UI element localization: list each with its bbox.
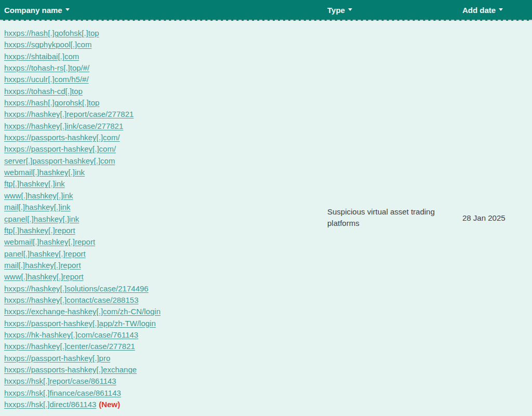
column-header-type[interactable]: Type xyxy=(327,6,462,15)
list-item: hxxps://hashkey[.]contact/case/288153 xyxy=(4,294,327,306)
new-badge: (New) xyxy=(99,400,120,409)
url-link[interactable]: hxxps://tohash-cd[.]top xyxy=(4,87,83,96)
list-item: hxxps://passport-hashkey[.]com/ xyxy=(4,143,327,155)
url-link[interactable]: webmail[.]hashkey[.]ink xyxy=(4,168,85,177)
url-link[interactable]: mail[.]hashkey[.]ink xyxy=(4,203,71,211)
url-link[interactable]: hxxps://hsk[.]report/case/861143 xyxy=(4,377,116,385)
list-item: hxxps://uculr[.]com/h5/#/ xyxy=(4,74,327,85)
column-header-company-name[interactable]: Company name xyxy=(0,6,327,15)
url-link[interactable]: webmail[.]hashkey[.]report xyxy=(4,237,95,246)
list-item: hxxps://hk-hashkey[.]com/case/761143 xyxy=(4,329,327,341)
list-item: hxxps://hashkey[.]solutions/case/2174496 xyxy=(4,283,327,294)
list-item: webmail[.]hashkey[.]ink xyxy=(4,167,327,178)
url-link[interactable]: hxxps://hash[.]gofohsk[.]top xyxy=(4,29,99,37)
table-row: hxxps://hash[.]gofohsk[.]top hxxps://sgp… xyxy=(0,21,532,414)
url-link[interactable]: hxxps://shtaibai[.]com xyxy=(4,52,79,61)
list-item: hxxps://exchange-hashkey[.]com/zh-CN/log… xyxy=(4,306,327,317)
list-item: hxxps://hashkey[.]ink/case/277821 xyxy=(4,120,327,132)
list-item: hxxps://sgphykpool[.]com xyxy=(4,39,327,50)
url-link[interactable]: hxxps://hashkey[.]ink/case/277821 xyxy=(4,122,123,130)
list-item: hxxps://hsk[.]finance/case/861143 xyxy=(4,387,327,399)
url-link[interactable]: hxxps://passport-hashkey[.]app/zh-TW/log… xyxy=(4,319,156,328)
list-item: hxxps://tohash-rs[.]top/#/ xyxy=(4,62,327,74)
column-header-label: Type xyxy=(327,6,345,15)
url-link[interactable]: hxxps://tohash-rs[.]top/#/ xyxy=(4,63,89,72)
url-link[interactable]: hxxps://hsk[.]finance/case/861143 xyxy=(4,388,121,397)
url-link[interactable]: hxxps://hk-hashkey[.]com/case/761143 xyxy=(4,330,138,339)
url-link[interactable]: hxxps://hashkey[.]solutions/case/2174496 xyxy=(4,284,149,293)
list-item: hxxps://hashkey[.]report/case/277821 xyxy=(4,109,327,120)
url-link[interactable]: server[.]passport-hashkey[.]com xyxy=(4,156,115,165)
url-link[interactable]: hxxps://hashkey[.]report/case/277821 xyxy=(4,110,134,118)
url-link[interactable]: hxxps://hash[.]gorohsk[.]top xyxy=(4,98,99,107)
url-link[interactable]: panel[.]hashkey[.]report xyxy=(4,249,86,258)
url-link[interactable]: www[.]hashkey[.]ink xyxy=(4,191,73,200)
list-item: panel[.]hashkey[.]report xyxy=(4,248,327,260)
url-link[interactable]: hxxps://passport-hashkey[.]pro xyxy=(4,354,110,363)
list-item: server[.]passport-hashkey[.]com xyxy=(4,155,327,167)
url-link[interactable]: ftp[.]hashkey[.]ink xyxy=(4,179,65,188)
list-item: hxxps://passports-hashkey[.]exchange xyxy=(4,364,327,375)
url-link[interactable]: hxxps://hashkey[.]center/case/277821 xyxy=(4,342,135,351)
list-item: www[.]hashkey[.]ink xyxy=(4,190,327,202)
list-item: hxxps://hash[.]gorohsk[.]top xyxy=(4,97,327,109)
column-header-label: Add date xyxy=(462,6,496,15)
list-item: hxxps://hsk[.]report/case/861143 xyxy=(4,375,327,387)
list-item: hxxps://hashkey[.]center/case/277821 xyxy=(4,341,327,352)
url-link[interactable]: ftp[.]hashkey[.]report xyxy=(4,226,75,235)
list-item: hxxps://shtaibai[.]com xyxy=(4,51,327,62)
column-header-add-date[interactable]: Add date xyxy=(462,6,532,15)
url-link[interactable]: hxxps://sgphykpool[.]com xyxy=(4,40,91,49)
url-link[interactable]: hxxps://passports-hashkey[.]com/ xyxy=(4,133,120,142)
url-link[interactable]: hxxps://uculr[.]com/h5/#/ xyxy=(4,75,89,84)
list-item: hxxps://passport-hashkey[.]app/zh-TW/log… xyxy=(4,318,327,329)
list-item: hxxps://passport-hashkey[.]pro xyxy=(4,353,327,364)
type-cell: Suspicious virtual asset trading platfor… xyxy=(327,21,462,414)
caret-down-icon xyxy=(348,8,352,11)
url-link[interactable]: www[.]hashkey[.]report xyxy=(4,272,84,281)
list-item: cpanel[.]hashkey[.]ink xyxy=(4,213,327,225)
add-date-cell: 28 Jan 2025 xyxy=(462,21,532,414)
blocked-domains-table: Company name Type Add date hxxps://hash[… xyxy=(0,0,532,414)
list-item: hxxps://hash[.]gofohsk[.]top xyxy=(4,28,327,39)
list-item: hxxps://tohash-cd[.]top xyxy=(4,86,327,97)
caret-down-icon xyxy=(499,8,503,11)
list-item: mail[.]hashkey[.]report xyxy=(4,260,327,271)
url-link[interactable]: cpanel[.]hashkey[.]ink xyxy=(4,214,79,223)
url-link[interactable]: hxxps://exchange-hashkey[.]com/zh-CN/log… xyxy=(4,307,161,316)
company-links-cell: hxxps://hash[.]gofohsk[.]top hxxps://sgp… xyxy=(0,21,327,414)
url-link[interactable]: hxxps://hashkey[.]contact/case/288153 xyxy=(4,296,139,304)
url-link[interactable]: hxxps://passport-hashkey[.]com/ xyxy=(4,144,116,153)
list-item: hxxps://passports-hashkey[.]com/ xyxy=(4,132,327,143)
list-item: ftp[.]hashkey[.]report xyxy=(4,225,327,236)
column-header-label: Company name xyxy=(4,6,62,15)
add-date-value: 28 Jan 2025 xyxy=(462,213,506,222)
list-item: www[.]hashkey[.]report xyxy=(4,271,327,283)
list-item: hxxps://hsk[.]direct/861143(New) xyxy=(4,399,327,410)
url-link[interactable]: hxxps://hsk[.]direct/861143 xyxy=(4,400,96,409)
caret-down-icon xyxy=(65,8,70,11)
list-item: ftp[.]hashkey[.]ink xyxy=(4,178,327,190)
table-header: Company name Type Add date xyxy=(0,0,532,21)
list-item: mail[.]hashkey[.]ink xyxy=(4,202,327,213)
type-value: Suspicious virtual asset trading platfor… xyxy=(327,206,437,229)
url-link[interactable]: mail[.]hashkey[.]report xyxy=(4,261,81,270)
list-item: webmail[.]hashkey[.]report xyxy=(4,236,327,248)
url-link[interactable]: hxxps://passports-hashkey[.]exchange xyxy=(4,365,137,374)
